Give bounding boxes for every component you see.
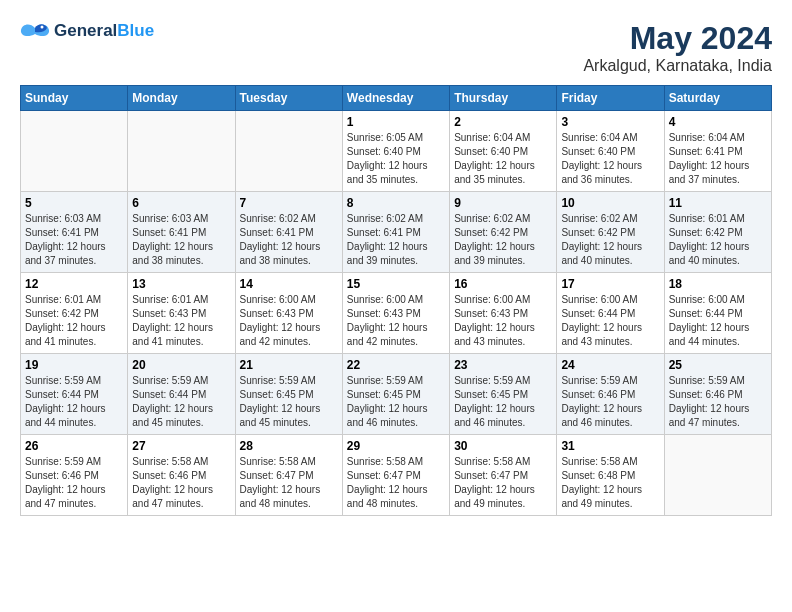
logo-general: General: [54, 21, 117, 40]
day-info: Sunrise: 6:05 AM Sunset: 6:40 PM Dayligh…: [347, 131, 445, 187]
table-row: [21, 111, 128, 192]
table-row: 29Sunrise: 5:58 AM Sunset: 6:47 PM Dayli…: [342, 435, 449, 516]
table-row: 12Sunrise: 6:01 AM Sunset: 6:42 PM Dayli…: [21, 273, 128, 354]
calendar-row-1: 5Sunrise: 6:03 AM Sunset: 6:41 PM Daylig…: [21, 192, 772, 273]
day-number: 16: [454, 277, 552, 291]
day-info: Sunrise: 6:00 AM Sunset: 6:43 PM Dayligh…: [347, 293, 445, 349]
table-row: 31Sunrise: 5:58 AM Sunset: 6:48 PM Dayli…: [557, 435, 664, 516]
calendar-header-row: Sunday Monday Tuesday Wednesday Thursday…: [21, 86, 772, 111]
table-row: [128, 111, 235, 192]
day-info: Sunrise: 6:00 AM Sunset: 6:43 PM Dayligh…: [240, 293, 338, 349]
day-info: Sunrise: 6:01 AM Sunset: 6:42 PM Dayligh…: [25, 293, 123, 349]
day-number: 6: [132, 196, 230, 210]
day-info: Sunrise: 5:59 AM Sunset: 6:45 PM Dayligh…: [240, 374, 338, 430]
day-info: Sunrise: 5:58 AM Sunset: 6:46 PM Dayligh…: [132, 455, 230, 511]
page-title: May 2024: [583, 20, 772, 57]
table-row: 19Sunrise: 5:59 AM Sunset: 6:44 PM Dayli…: [21, 354, 128, 435]
day-number: 10: [561, 196, 659, 210]
day-info: Sunrise: 6:00 AM Sunset: 6:43 PM Dayligh…: [454, 293, 552, 349]
day-info: Sunrise: 6:00 AM Sunset: 6:44 PM Dayligh…: [669, 293, 767, 349]
day-number: 13: [132, 277, 230, 291]
table-row: 8Sunrise: 6:02 AM Sunset: 6:41 PM Daylig…: [342, 192, 449, 273]
day-info: Sunrise: 6:01 AM Sunset: 6:43 PM Dayligh…: [132, 293, 230, 349]
table-row: 20Sunrise: 5:59 AM Sunset: 6:44 PM Dayli…: [128, 354, 235, 435]
logo-text: GeneralBlue: [54, 21, 154, 41]
header-friday: Friday: [557, 86, 664, 111]
day-number: 19: [25, 358, 123, 372]
table-row: 22Sunrise: 5:59 AM Sunset: 6:45 PM Dayli…: [342, 354, 449, 435]
table-row: 30Sunrise: 5:58 AM Sunset: 6:47 PM Dayli…: [450, 435, 557, 516]
table-row: 16Sunrise: 6:00 AM Sunset: 6:43 PM Dayli…: [450, 273, 557, 354]
table-row: 17Sunrise: 6:00 AM Sunset: 6:44 PM Dayli…: [557, 273, 664, 354]
logo-blue: Blue: [117, 21, 154, 40]
day-info: Sunrise: 5:59 AM Sunset: 6:45 PM Dayligh…: [347, 374, 445, 430]
day-info: Sunrise: 6:01 AM Sunset: 6:42 PM Dayligh…: [669, 212, 767, 268]
table-row: 24Sunrise: 5:59 AM Sunset: 6:46 PM Dayli…: [557, 354, 664, 435]
table-row: 1Sunrise: 6:05 AM Sunset: 6:40 PM Daylig…: [342, 111, 449, 192]
day-number: 9: [454, 196, 552, 210]
table-row: 23Sunrise: 5:59 AM Sunset: 6:45 PM Dayli…: [450, 354, 557, 435]
day-number: 25: [669, 358, 767, 372]
day-number: 23: [454, 358, 552, 372]
day-info: Sunrise: 6:03 AM Sunset: 6:41 PM Dayligh…: [132, 212, 230, 268]
day-number: 30: [454, 439, 552, 453]
header-saturday: Saturday: [664, 86, 771, 111]
calendar-row-2: 12Sunrise: 6:01 AM Sunset: 6:42 PM Dayli…: [21, 273, 772, 354]
day-number: 27: [132, 439, 230, 453]
day-number: 8: [347, 196, 445, 210]
day-info: Sunrise: 5:59 AM Sunset: 6:44 PM Dayligh…: [132, 374, 230, 430]
day-number: 3: [561, 115, 659, 129]
calendar-row-3: 19Sunrise: 5:59 AM Sunset: 6:44 PM Dayli…: [21, 354, 772, 435]
table-row: 21Sunrise: 5:59 AM Sunset: 6:45 PM Dayli…: [235, 354, 342, 435]
day-number: 20: [132, 358, 230, 372]
table-row: 15Sunrise: 6:00 AM Sunset: 6:43 PM Dayli…: [342, 273, 449, 354]
page-header: GeneralBlue May 2024 Arkalgud, Karnataka…: [20, 20, 772, 75]
table-row: 13Sunrise: 6:01 AM Sunset: 6:43 PM Dayli…: [128, 273, 235, 354]
table-row: 28Sunrise: 5:58 AM Sunset: 6:47 PM Dayli…: [235, 435, 342, 516]
table-row: 27Sunrise: 5:58 AM Sunset: 6:46 PM Dayli…: [128, 435, 235, 516]
day-number: 17: [561, 277, 659, 291]
table-row: 4Sunrise: 6:04 AM Sunset: 6:41 PM Daylig…: [664, 111, 771, 192]
day-number: 29: [347, 439, 445, 453]
table-row: 3Sunrise: 6:04 AM Sunset: 6:40 PM Daylig…: [557, 111, 664, 192]
day-number: 22: [347, 358, 445, 372]
day-info: Sunrise: 5:59 AM Sunset: 6:46 PM Dayligh…: [25, 455, 123, 511]
header-wednesday: Wednesday: [342, 86, 449, 111]
day-info: Sunrise: 5:59 AM Sunset: 6:46 PM Dayligh…: [561, 374, 659, 430]
day-info: Sunrise: 6:03 AM Sunset: 6:41 PM Dayligh…: [25, 212, 123, 268]
day-info: Sunrise: 5:58 AM Sunset: 6:48 PM Dayligh…: [561, 455, 659, 511]
table-row: 26Sunrise: 5:59 AM Sunset: 6:46 PM Dayli…: [21, 435, 128, 516]
day-info: Sunrise: 6:02 AM Sunset: 6:42 PM Dayligh…: [454, 212, 552, 268]
day-info: Sunrise: 6:02 AM Sunset: 6:41 PM Dayligh…: [240, 212, 338, 268]
day-info: Sunrise: 5:59 AM Sunset: 6:46 PM Dayligh…: [669, 374, 767, 430]
svg-point-0: [41, 26, 44, 29]
day-info: Sunrise: 5:59 AM Sunset: 6:45 PM Dayligh…: [454, 374, 552, 430]
calendar-table: Sunday Monday Tuesday Wednesday Thursday…: [20, 85, 772, 516]
day-number: 14: [240, 277, 338, 291]
calendar-row-4: 26Sunrise: 5:59 AM Sunset: 6:46 PM Dayli…: [21, 435, 772, 516]
day-info: Sunrise: 6:02 AM Sunset: 6:42 PM Dayligh…: [561, 212, 659, 268]
day-info: Sunrise: 5:59 AM Sunset: 6:44 PM Dayligh…: [25, 374, 123, 430]
day-info: Sunrise: 6:02 AM Sunset: 6:41 PM Dayligh…: [347, 212, 445, 268]
table-row: 7Sunrise: 6:02 AM Sunset: 6:41 PM Daylig…: [235, 192, 342, 273]
day-number: 15: [347, 277, 445, 291]
day-number: 31: [561, 439, 659, 453]
day-info: Sunrise: 5:58 AM Sunset: 6:47 PM Dayligh…: [240, 455, 338, 511]
day-number: 26: [25, 439, 123, 453]
table-row: 6Sunrise: 6:03 AM Sunset: 6:41 PM Daylig…: [128, 192, 235, 273]
day-number: 4: [669, 115, 767, 129]
table-row: [235, 111, 342, 192]
table-row: 25Sunrise: 5:59 AM Sunset: 6:46 PM Dayli…: [664, 354, 771, 435]
page-subtitle: Arkalgud, Karnataka, India: [583, 57, 772, 75]
day-number: 21: [240, 358, 338, 372]
day-number: 28: [240, 439, 338, 453]
logo-bird-icon: [20, 20, 50, 42]
header-thursday: Thursday: [450, 86, 557, 111]
day-info: Sunrise: 6:04 AM Sunset: 6:40 PM Dayligh…: [454, 131, 552, 187]
table-row: 14Sunrise: 6:00 AM Sunset: 6:43 PM Dayli…: [235, 273, 342, 354]
day-info: Sunrise: 6:00 AM Sunset: 6:44 PM Dayligh…: [561, 293, 659, 349]
day-info: Sunrise: 5:58 AM Sunset: 6:47 PM Dayligh…: [347, 455, 445, 511]
table-row: 5Sunrise: 6:03 AM Sunset: 6:41 PM Daylig…: [21, 192, 128, 273]
day-number: 1: [347, 115, 445, 129]
logo: GeneralBlue: [20, 20, 154, 42]
